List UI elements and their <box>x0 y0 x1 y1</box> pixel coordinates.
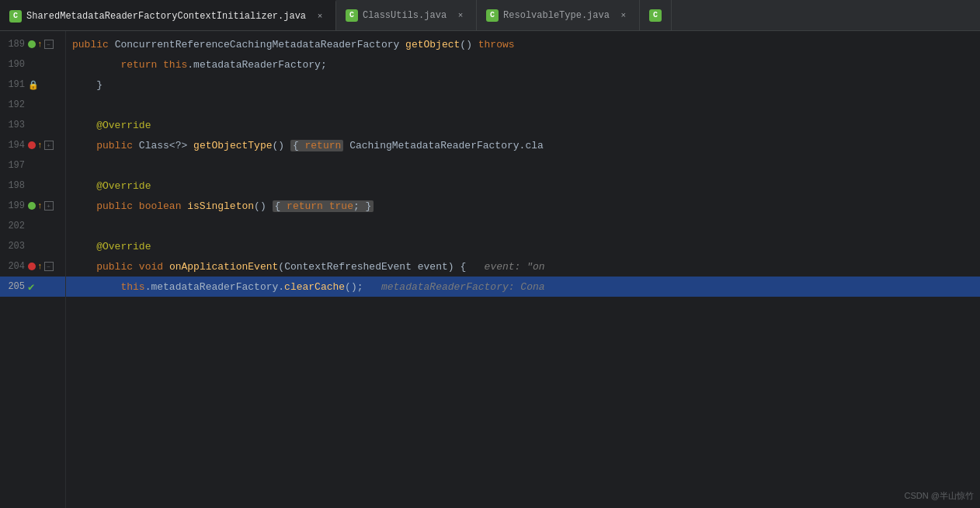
gutter-row-191: 191 🔒 <box>0 75 65 95</box>
breakpoint-icon-194[interactable] <box>28 141 36 149</box>
line-num-189: 189 <box>0 39 25 50</box>
line-num-193: 193 <box>0 120 25 130</box>
code-content: public ConcurrentReferenceCachingMetadat… <box>66 31 980 508</box>
tab-icon-3: C <box>486 9 499 22</box>
breakpoint-icon-189[interactable] <box>28 40 36 48</box>
code-text-190: return this.metadataReaderFactory; <box>72 59 327 71</box>
collapse-icon-204[interactable]: − <box>44 262 54 271</box>
arrow-up-icon-194: ↑ <box>37 141 43 150</box>
gutter-icons-191: 🔒 <box>28 80 61 90</box>
gutter-row-189: 189 ↑ − <box>0 34 65 54</box>
gutter-icons-205: ✔ <box>28 280 61 294</box>
tab-icon-1: C <box>9 10 22 23</box>
code-line-191: } <box>66 75 980 95</box>
line-num-190: 190 <box>0 59 25 70</box>
code-line-198: @Override <box>66 176 980 196</box>
breakpoint-icon-199[interactable] <box>28 202 36 210</box>
gutter-row-193: 193 <box>0 115 65 135</box>
code-line-204: public void onApplicationEvent(ContextRe… <box>66 256 980 277</box>
gutter-row-202: 202 <box>0 216 65 236</box>
code-line-203: @Override <box>66 236 980 256</box>
line-num-198: 198 <box>0 180 25 191</box>
tab-classutils[interactable]: C ClassUtils.java × <box>336 0 477 31</box>
line-num-197: 197 <box>0 160 25 171</box>
code-line-190: return this.metadataReaderFactory; <box>66 54 980 75</box>
tab-shared-metadata[interactable]: C SharedMetadataReaderFactoryContextInit… <box>0 0 336 31</box>
code-line-202 <box>66 216 980 236</box>
line-num-192: 192 <box>0 99 25 110</box>
code-text-193: @Override <box>72 120 151 131</box>
tab-label-3: ResolvableType.java <box>503 10 610 21</box>
ide-window: C SharedMetadataReaderFactoryContextInit… <box>0 0 980 508</box>
tab-label-1: SharedMetadataReaderFactoryContextInitia… <box>26 11 306 22</box>
gutter-row-194: 194 ↑ + <box>0 135 65 155</box>
line-num-203: 203 <box>0 241 25 252</box>
tab-close-2[interactable]: × <box>454 9 467 22</box>
gutter-row-190: 190 <box>0 54 65 75</box>
code-text-194: public Class<?> getObjectType() { return… <box>72 140 544 151</box>
tab-label-2: ClassUtils.java <box>363 10 447 21</box>
expand-icon-199[interactable]: + <box>44 201 54 211</box>
gutter-row-204: 204 ↑ − <box>0 256 65 277</box>
code-text-198: @Override <box>72 180 151 192</box>
arrow-up-icon-204: ↑ <box>37 262 43 271</box>
tab-bar: C SharedMetadataReaderFactoryContextInit… <box>0 0 980 31</box>
tab-resolvabletype[interactable]: C ResolvableType.java × <box>477 0 640 31</box>
shield-icon-191: 🔒 <box>28 80 39 90</box>
gutter-row-199: 199 ↑ + <box>0 196 65 216</box>
tab-icon-4: C <box>649 9 662 22</box>
code-text-205: this.metadataReaderFactory.clearCache();… <box>72 281 545 293</box>
gutter-icons-204: ↑ − <box>28 262 61 271</box>
code-text-191: } <box>72 79 103 91</box>
collapse-icon-189[interactable]: − <box>44 40 54 49</box>
gutter-icons-194: ↑ + <box>28 141 61 150</box>
code-text-203: @Override <box>72 241 151 252</box>
code-line-192 <box>66 95 980 115</box>
code-line-193: @Override <box>66 115 980 135</box>
code-line-205: this.metadataReaderFactory.clearCache();… <box>66 277 980 297</box>
tab-icon-2: C <box>346 9 358 22</box>
line-num-204: 204 <box>0 261 25 272</box>
code-line-199: public boolean isSingleton() { return tr… <box>66 196 980 216</box>
breakpoint-icon-204[interactable] <box>28 263 36 270</box>
code-text-189: public ConcurrentReferenceCachingMetadat… <box>72 39 515 50</box>
line-num-194: 194 <box>0 140 25 151</box>
tab-close-1[interactable]: × <box>314 10 326 23</box>
gutter-icons-199: ↑ + <box>28 201 61 211</box>
tab-extra[interactable]: C <box>640 0 672 31</box>
gutter-row-197: 197 <box>0 155 65 176</box>
checkmark-icon-205: ✔ <box>28 280 34 294</box>
gutter-row-192: 192 <box>0 95 65 115</box>
code-text-204: public void onApplicationEvent(ContextRe… <box>72 261 545 273</box>
expand-icon-194[interactable]: + <box>44 141 54 150</box>
line-num-202: 202 <box>0 221 25 231</box>
line-num-191: 191 <box>0 79 25 90</box>
arrow-up-icon-199: ↑ <box>37 201 43 211</box>
gutter-row-203: 203 <box>0 236 65 256</box>
gutter-row-198: 198 <box>0 176 65 196</box>
gutter-icons-189: ↑ − <box>28 40 61 49</box>
tab-close-3[interactable]: × <box>617 9 630 22</box>
code-line-189: public ConcurrentReferenceCachingMetadat… <box>66 34 980 54</box>
code-text-199: public boolean isSingleton() { return tr… <box>72 200 374 212</box>
arrow-up-icon-189: ↑ <box>37 40 43 49</box>
gutter-row-205: 205 ✔ <box>0 277 65 297</box>
code-line-194: public Class<?> getObjectType() { return… <box>66 135 980 155</box>
watermark: CSDN @半山惊竹 <box>905 490 974 502</box>
code-line-197 <box>66 155 980 176</box>
editor-area: 189 ↑ − 190 191 🔒 192 <box>0 31 980 508</box>
line-gutter: 189 ↑ − 190 191 🔒 192 <box>0 31 66 508</box>
line-num-199: 199 <box>0 200 25 211</box>
line-num-205: 205 <box>0 281 25 292</box>
